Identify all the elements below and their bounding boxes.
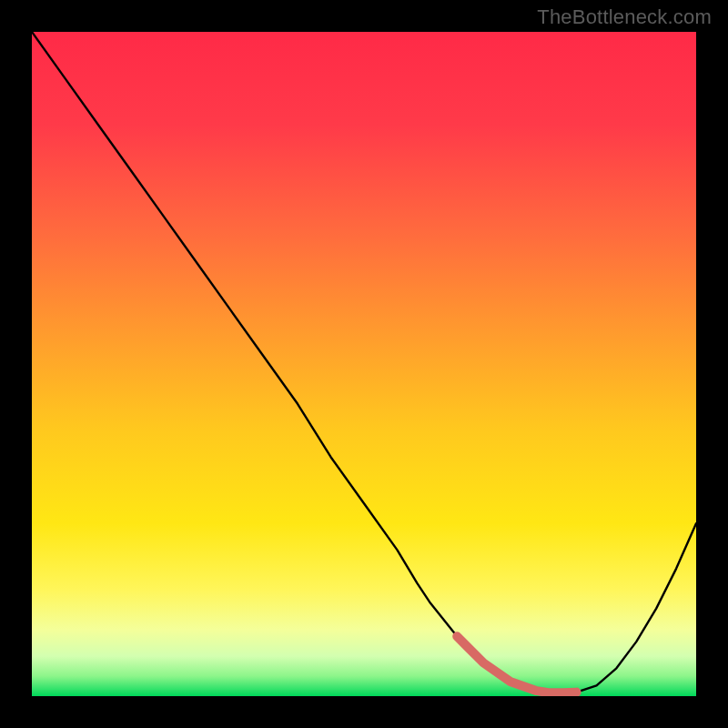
bottleneck-curve (32, 32, 696, 693)
plot-area (32, 32, 696, 696)
optimal-range-highlight (457, 636, 576, 693)
chart-stage: TheBottleneck.com (0, 0, 728, 728)
plot-curves-layer (32, 32, 696, 696)
watermark-text: TheBottleneck.com (537, 5, 712, 29)
